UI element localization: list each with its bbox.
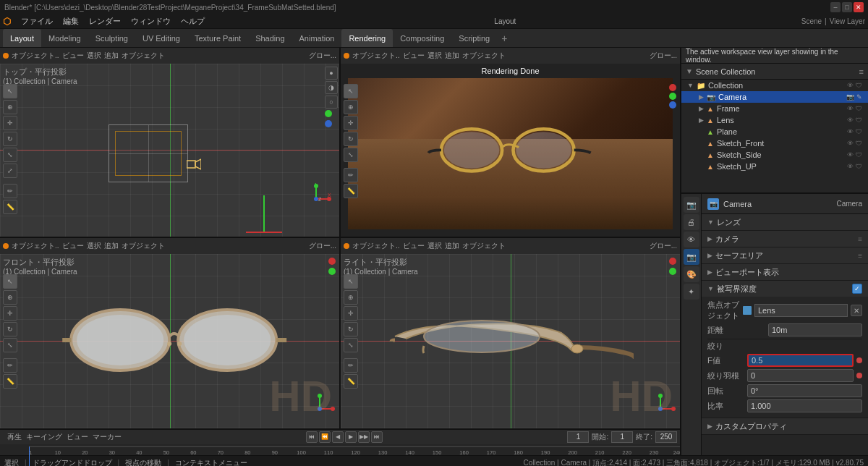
menu-render[interactable]: レンダー	[85, 15, 125, 27]
tree-item-lens[interactable]: ▶ ▲ Lens 👁 🛡	[681, 114, 868, 126]
viewport-top-left[interactable]: オブジェクト.. ビュー 選択 追加 オブジェクト グロー... トップ・平行投…	[0, 48, 341, 237]
fstop-value[interactable]: 0.5	[747, 354, 854, 367]
vp-menu-object-tr[interactable]: オブジェクト..	[352, 51, 400, 61]
vp-menu-select-br[interactable]: 選択	[427, 241, 442, 251]
tool-annotate[interactable]: ✏	[3, 184, 17, 198]
vp-gizmo-br[interactable]: グロー...	[650, 241, 677, 251]
viewport-bottom-right[interactable]: オブジェクト.. ビュー 選択 追加 オブジェクト グロー... ライト・平行投…	[341, 238, 680, 428]
tool-transform[interactable]: ⤢	[3, 164, 17, 178]
tool-scale[interactable]: ⤡	[3, 148, 17, 162]
prop-tab-object-data[interactable]: 📷	[684, 249, 699, 265]
dof-enable-checkbox[interactable]: ✓	[852, 284, 862, 294]
tool-annotate-tr[interactable]: ✏	[344, 168, 358, 182]
tree-item-plane[interactable]: ▶ ▲ Plane 👁 🛡	[681, 126, 868, 137]
prop-tab-particles[interactable]: ✦	[684, 284, 699, 300]
tool-scale-tr[interactable]: ⤡	[344, 148, 358, 162]
tool-viewport-wire[interactable]: ○	[325, 96, 338, 109]
prop-section-custom[interactable]: ▶ カスタムプロパティ	[702, 418, 868, 434]
menu-file[interactable]: ファイル	[17, 15, 57, 27]
tool-move-bl[interactable]: ✛	[3, 306, 17, 321]
prop-section-camera[interactable]: ▶ カメラ ≡	[702, 231, 868, 247]
tool-select[interactable]: ↖	[3, 84, 17, 98]
tool-cursor-tr[interactable]: ⊕	[344, 100, 358, 114]
tab-uv-editing[interactable]: UV Editing	[135, 29, 187, 47]
tab-modeling[interactable]: Modeling	[41, 29, 88, 47]
tool-annotate-bl[interactable]: ✏	[3, 358, 17, 373]
tool-move-tr[interactable]: ✛	[344, 116, 358, 130]
tool-annotate-br[interactable]: ✏	[344, 358, 358, 373]
menu-help[interactable]: ヘルプ	[176, 15, 209, 27]
ratio-value[interactable]: 1.000	[747, 399, 862, 412]
prop-tab-material[interactable]: 🎨	[684, 266, 699, 282]
menu-edit[interactable]: 編集	[59, 15, 83, 27]
vp-menu-object-bl2[interactable]: オブジェクト	[122, 241, 165, 251]
tool-select-tr[interactable]: ↖	[344, 84, 358, 98]
viewport-top-right[interactable]: オブジェクト.. ビュー 選択 追加 オブジェクト グロー... Renderi…	[341, 48, 680, 237]
prop-section-lens[interactable]: ▼ レンズ	[702, 214, 868, 230]
menu-window[interactable]: ウィンドウ	[127, 15, 175, 27]
playback-next[interactable]: ▶▶	[358, 431, 370, 443]
vp-menu-object-tr2[interactable]: オブジェクト	[462, 51, 506, 61]
tab-layout[interactable]: Layout	[3, 29, 41, 47]
timeline-menu-play[interactable]: 再生	[7, 432, 22, 442]
tool-rotate-br[interactable]: ↻	[344, 322, 358, 336]
tool-move-br[interactable]: ✛	[344, 306, 358, 321]
maximize-button[interactable]: □	[842, 2, 852, 12]
tree-item-frame[interactable]: ▶ ▲ Frame 👁 🛡	[681, 103, 868, 114]
vp-menu-view-tr[interactable]: ビュー	[403, 51, 425, 61]
vp-menu-view-br[interactable]: ビュー	[403, 241, 425, 251]
vp-menu-select-tr[interactable]: 選択	[427, 51, 442, 61]
tree-item-camera[interactable]: ▶ 📷 Camera 📷 ✎	[681, 91, 868, 103]
vp-gizmo-bl[interactable]: グロー...	[309, 241, 336, 251]
focus-object-clear[interactable]: ✕	[851, 305, 862, 316]
tab-shading[interactable]: Shading	[248, 29, 292, 47]
vp-menu-add-br[interactable]: 追加	[445, 241, 459, 251]
tool-rotate-bl[interactable]: ↻	[3, 322, 17, 336]
vp-menu-select-bl[interactable]: 選択	[87, 241, 101, 251]
vp-menu-object-tl2[interactable]: オブジェクト	[122, 51, 165, 61]
vp-menu-object-br[interactable]: オブジェクト..	[352, 241, 400, 251]
vp-gizmo-tr[interactable]: グロー...	[650, 51, 677, 61]
tool-scale-br[interactable]: ⤡	[344, 338, 358, 352]
tree-item-collection[interactable]: ▼ 📁 Collection 👁 🛡	[681, 80, 868, 91]
tool-rotate-tr[interactable]: ↻	[344, 132, 358, 146]
prop-tab-output[interactable]: 🖨	[684, 214, 699, 230]
timeline-menu-view[interactable]: ビュー	[67, 432, 88, 442]
playback-prev-key[interactable]: ⏪	[319, 431, 331, 443]
tool-move[interactable]: ✛	[3, 116, 17, 130]
close-button[interactable]: ✕	[854, 2, 864, 12]
tool-measure[interactable]: 📏	[3, 200, 17, 214]
vp-gizmo-tl[interactable]: グロー...	[309, 51, 336, 61]
tool-measure-bl[interactable]: 📏	[3, 374, 17, 389]
playback-first[interactable]: ⏮	[306, 431, 318, 443]
tab-compositing[interactable]: Compositing	[393, 29, 451, 47]
playback-last[interactable]: ⏭	[371, 431, 383, 443]
vp-menu-add-tl[interactable]: 追加	[104, 51, 119, 61]
tool-select-br[interactable]: ↖	[344, 274, 358, 289]
tool-measure-tr[interactable]: 📏	[344, 184, 358, 198]
current-frame-input[interactable]: 1	[567, 431, 589, 443]
vp-menu-add-tr[interactable]: 追加	[445, 51, 459, 61]
tree-item-sketch-up[interactable]: ▶ ▲ Sketch_UP 👁 🛡	[681, 161, 868, 172]
playback-prev[interactable]: ◀	[332, 431, 344, 443]
viewport-bottom-left[interactable]: オブジェクト.. ビュー 選択 追加 オブジェクト グロー... フロント・平行…	[0, 238, 341, 428]
scene-tree-filter[interactable]: ≡	[859, 67, 864, 76]
prop-tab-view[interactable]: 👁	[684, 232, 699, 247]
add-workspace-button[interactable]: +	[497, 31, 511, 46]
vp-menu-object-bl[interactable]: オブジェクト..	[12, 241, 59, 251]
minimize-button[interactable]: –	[830, 2, 841, 12]
tab-rendering[interactable]: Rendering	[341, 29, 393, 47]
tab-animation[interactable]: Animation	[292, 29, 342, 47]
vp-menu-object-br2[interactable]: オブジェクト	[462, 241, 506, 251]
focus-distance-value[interactable]: 10m	[768, 323, 862, 336]
prop-tab-render[interactable]: 📷	[684, 197, 699, 213]
blades-value[interactable]: 0	[747, 369, 854, 382]
prop-section-dof[interactable]: ▼ 被写界深度 ✓	[702, 281, 868, 297]
timeline-menu-keying[interactable]: キーイング	[26, 432, 62, 442]
tool-rotate[interactable]: ↻	[3, 132, 17, 146]
vp-menu-select-tl[interactable]: 選択	[87, 51, 101, 61]
prop-section-safe-area[interactable]: ▶ セーフエリア ≡	[702, 247, 868, 263]
start-frame-input[interactable]: 1	[611, 431, 633, 443]
tool-cursor-br[interactable]: ⊕	[344, 290, 358, 305]
vp-menu-view-bl[interactable]: ビュー	[62, 241, 84, 251]
